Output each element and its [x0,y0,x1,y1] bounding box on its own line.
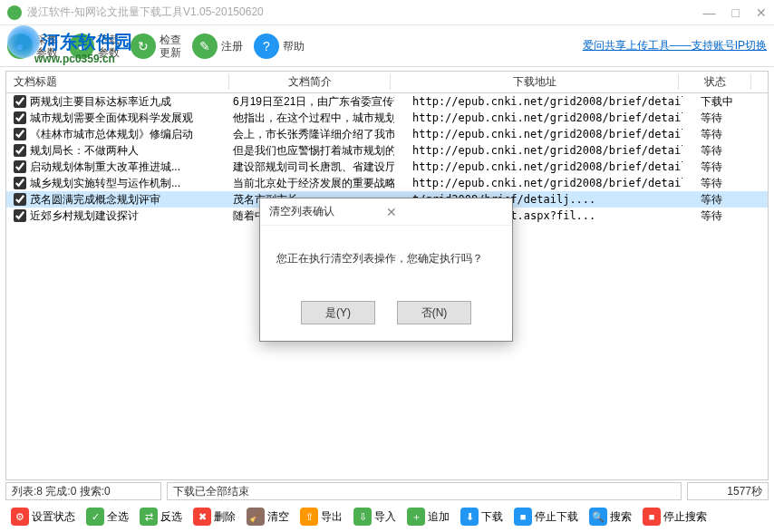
dialog-titlebar: 清空列表确认 ✕ [260,198,512,226]
yes-button[interactable]: 是(Y) [301,301,375,324]
confirm-dialog: 清空列表确认 ✕ 您正在执行清空列表操作，您确定执行吗？ 是(Y) 否(N) [259,198,513,342]
no-button[interactable]: 否(N) [397,301,471,324]
dialog-title: 清空列表确认 [269,204,386,219]
dialog-message: 您正在执行清空列表操作，您确定执行吗？ [260,226,512,292]
dialog-footer: 是(Y) 否(N) [260,292,512,341]
modal-overlay: 清空列表确认 ✕ 您正在执行清空列表操作，您确定执行吗？ 是(Y) 否(N) [0,0,774,532]
dialog-close-icon[interactable]: ✕ [386,205,503,219]
